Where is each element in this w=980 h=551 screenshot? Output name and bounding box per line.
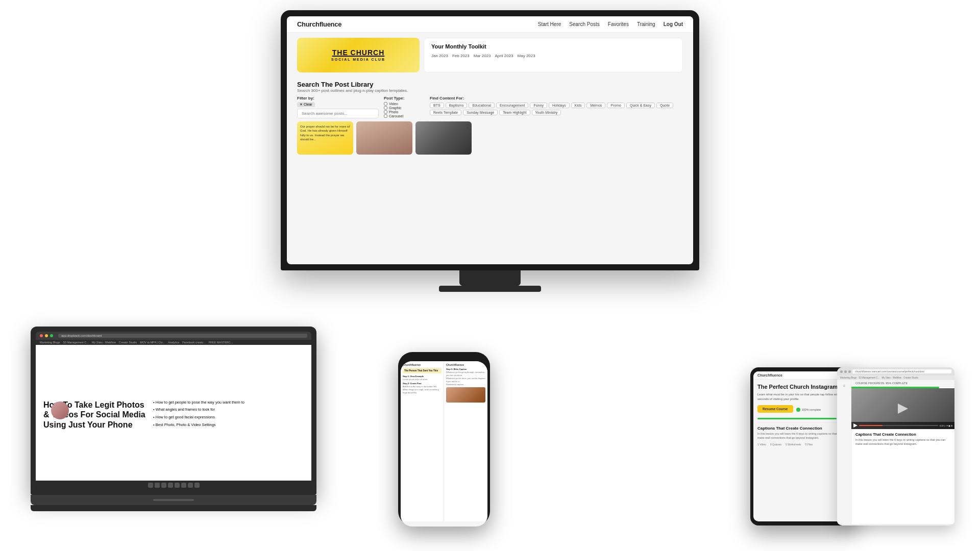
month-feb[interactable]: Feb 2023 (452, 54, 470, 58)
result-card-2[interactable]: ♡ (356, 121, 412, 155)
laptop-url: app.dropback.com/dashboard (58, 334, 307, 338)
tag-youth[interactable]: Youth Ministry (532, 110, 561, 115)
bookmark-7[interactable]: Facebook creato... (182, 341, 206, 344)
browser-dot-green (50, 334, 53, 337)
label-carousel: Carousel (389, 114, 403, 118)
slide-bullets: How to get people to pose the way you wa… (153, 400, 304, 430)
checkbox-video[interactable] (384, 102, 387, 106)
dock-icon-7[interactable] (188, 483, 193, 488)
bookmark-3[interactable]: My Sites - Webflow (92, 341, 116, 344)
tag-funny[interactable]: Funny (530, 103, 547, 108)
tag-quote[interactable]: Quote (656, 103, 673, 108)
dock-icon-3[interactable] (161, 483, 166, 488)
tag-educational[interactable]: Educational (469, 103, 495, 108)
rd-bookmark-1[interactable]: Marketing Blogs (840, 377, 856, 379)
slide-avatar (51, 402, 69, 419)
nav-favorites[interactable]: Favorites (608, 21, 629, 27)
dock-icon-1[interactable] (148, 483, 153, 488)
dock-icon-6[interactable] (181, 483, 186, 488)
month-april[interactable]: April 2023 (495, 54, 513, 58)
dock-icon-4[interactable] (168, 483, 173, 488)
rd-bookmark-2[interactable]: S3 Management C... (859, 377, 879, 379)
tag-memos[interactable]: Memos (586, 103, 605, 108)
result-card-3[interactable]: ♡ (415, 121, 472, 155)
tag-baptisms[interactable]: Baptisms (446, 103, 468, 108)
tag-holidays[interactable]: Holidays (549, 103, 570, 108)
phone-right-text3: Destination caption. (446, 383, 485, 386)
tablet-title: The Perfect Church Instagram Bio (757, 384, 850, 390)
phone-image (446, 387, 485, 403)
tag-reels[interactable]: Reels Template (430, 110, 461, 115)
tag-bts[interactable]: BTS (430, 103, 444, 108)
search-input[interactable] (297, 109, 379, 118)
progress-bar-fill (757, 418, 837, 419)
checkbox-carousel[interactable] (384, 114, 387, 118)
bookmark-2[interactable]: S3 Management C... (63, 341, 88, 344)
tag-kids[interactable]: Kids (571, 103, 585, 108)
nav-search-posts[interactable]: Search Posts (569, 21, 599, 27)
rd-video-thumb: 6:13 ▷ ✦ ▣ ⊞ (851, 388, 954, 429)
nav-logout[interactable]: Log Out (664, 21, 683, 27)
phone-right-text2: Whatever you've done, you can be forgive… (446, 377, 485, 383)
search-subtitle: Search 300+ post outlines and plug-n-pla… (297, 88, 683, 93)
clear-button[interactable]: ✕ Clear (297, 102, 315, 107)
post-type-col: Post Type: Video Graphic Photo (384, 96, 425, 118)
nav-start-here[interactable]: Start Here (538, 21, 561, 27)
rd-sidebar-menu-icon[interactable]: ☰ (843, 384, 846, 387)
dock-icon-8[interactable] (194, 483, 200, 488)
phone-right-panel: Churchfluence Step 3: Write Caption What… (444, 361, 487, 521)
month-mar[interactable]: Mar 2023 (474, 54, 491, 58)
heart-icon-3[interactable]: ♡ (465, 123, 470, 129)
right-device-shell: churchfluence.samcart.com/courses/course… (837, 367, 954, 525)
phone-screen: Churchfluence The Person That Sent You T… (401, 361, 487, 527)
lesson-meta: 1 Video 0 Quizzes 0 Worksheets 0 Files (757, 443, 850, 446)
toolkit-months: Jan 2023 Feb 2023 Mar 2023 April 2023 Ma… (431, 54, 675, 58)
rd-bookmark-4[interactable]: Creator Studio (903, 377, 918, 379)
bookmark-6[interactable]: Analytics (168, 341, 179, 344)
phone-step-2-text: Add this to the story in the bottom left… (403, 385, 442, 388)
resume-course-button[interactable]: Resume Course (757, 405, 793, 413)
rd-dot-3 (848, 370, 851, 373)
hero-banner: THE CHURCH SOCIAL MEDIA CLUB (297, 38, 420, 72)
site-nav: Churchfluence Start Here Search Posts Fa… (287, 16, 693, 33)
bullet-4: Best Photo, Photo & Video Settings (153, 422, 304, 428)
phone-left-panel: Churchfluence The Person That Sent You T… (401, 361, 444, 521)
rd-play-btn[interactable] (853, 423, 857, 428)
monitor-screen: Churchfluence Start Here Search Posts Fa… (287, 16, 693, 264)
dock-icon-5[interactable] (175, 483, 180, 488)
rd-course-progress: COURSE PROGRESS: 95% COMPLETE (851, 380, 954, 387)
rd-progress-label: COURSE PROGRESS: 95% COMPLETE (855, 382, 908, 385)
laptop-browser-bar: app.dropback.com/dashboard (36, 332, 311, 340)
rd-progress-fill (859, 425, 883, 426)
checkbox-graphic[interactable] (384, 106, 387, 110)
rd-url: churchfluence.samcart.com/courses/course… (852, 369, 951, 373)
hero-banner-sub: SOCIAL MEDIA CLUB (331, 58, 385, 61)
month-may[interactable]: May 2023 (518, 54, 535, 58)
rd-bookmark-3[interactable]: My Sites - Webflow (882, 377, 901, 379)
bookmark-1[interactable]: Marketing Blogs (40, 341, 60, 344)
tablet-divider (757, 422, 850, 423)
tag-sunday[interactable]: Sunday Message (463, 110, 498, 115)
bookmark-8[interactable]: FREE MASTERC... (209, 341, 233, 344)
video-play-icon[interactable] (898, 404, 908, 414)
tag-quick-easy[interactable]: Quick & Easy (626, 103, 655, 108)
bookmark-4[interactable]: Creator Studio (119, 341, 137, 344)
meta-worksheets: 0 Worksheets (786, 443, 801, 446)
filter-by-col: Filter by: ✕ Clear (297, 96, 379, 118)
rd-content: ☰ COURSE PROGRESS: 95% COMPLETE (837, 380, 954, 524)
phone-step-1: Step 1: View Example (403, 375, 442, 378)
tag-team[interactable]: Team Highlight (499, 110, 530, 115)
checkbox-photo[interactable] (384, 110, 387, 114)
month-jan[interactable]: Jan 2023 (431, 54, 448, 58)
laptop: app.dropback.com/dashboard Marketing Blo… (31, 327, 316, 520)
tag-promo[interactable]: Promo (607, 103, 625, 108)
laptop-content: How To Take Legit Photos & Videos For So… (36, 345, 311, 485)
tag-encouragement[interactable]: Encouragement (496, 103, 528, 108)
rd-dot-1 (840, 370, 843, 373)
rd-lesson-title: Captions That Create Connection (855, 432, 950, 437)
result-card-1[interactable]: ♡ Our prayer should not be for more of G… (297, 121, 353, 155)
bookmark-5[interactable]: MOV to MP4 | Clo... (140, 341, 165, 344)
dock-icon-2[interactable] (155, 483, 160, 488)
heart-icon-1[interactable]: ♡ (347, 123, 351, 129)
nav-training[interactable]: Training (637, 21, 655, 27)
